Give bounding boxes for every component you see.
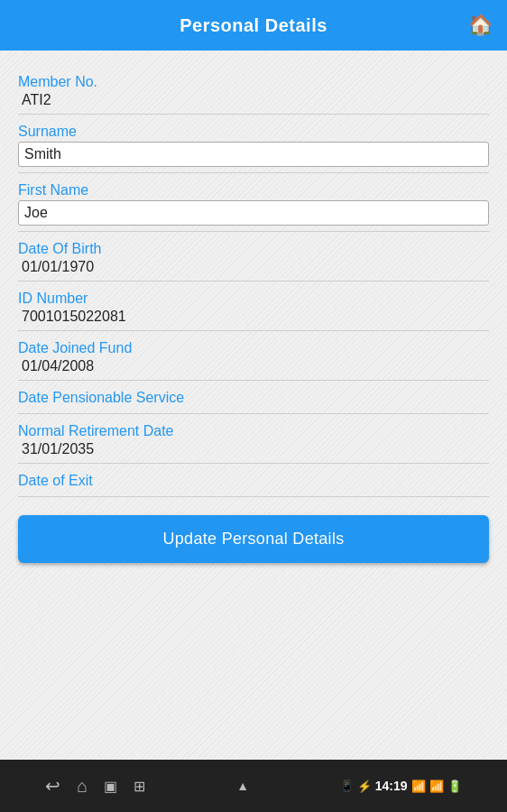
navigation-bar: ↩ ⌂ ▣ ⊞ ▲ 📱 ⚡ 14:19 📶 📶 🔋: [0, 760, 507, 812]
label-date-joined-fund: Date Joined Fund: [18, 340, 489, 356]
value-first-name: Joe: [24, 205, 48, 220]
sim-icon: 📱: [340, 780, 354, 792]
field-row-member-no: Member No.ATI2: [18, 65, 489, 115]
label-date-pensionable-service: Date Pensionable Service: [18, 390, 489, 406]
field-row-normal-retirement-date: Normal Retirement Date31/01/2035: [18, 414, 489, 464]
home-nav-button[interactable]: ⌂: [77, 776, 88, 797]
usb-icon: ⚡: [357, 780, 372, 793]
battery-icon: 🔋: [447, 780, 462, 793]
label-first-name: First Name: [18, 182, 489, 198]
label-id-number: ID Number: [18, 291, 489, 307]
label-normal-retirement-date: Normal Retirement Date: [18, 423, 489, 439]
value-member-no: ATI2: [18, 92, 489, 108]
value-normal-retirement-date: 31/01/2035: [18, 441, 489, 457]
main-content: Member No.ATI2SurnameSmithFirst NameJoeD…: [0, 51, 507, 760]
input-wrapper-surname[interactable]: Smith: [18, 142, 489, 167]
home-icon[interactable]: 🏠: [468, 14, 493, 37]
input-wrapper-first-name[interactable]: Joe: [18, 200, 489, 226]
field-row-id-number: ID Number7001015022081: [18, 281, 489, 331]
field-row-date-of-birth: Date Of Birth01/01/1970: [18, 232, 489, 281]
nav-center: ▲: [236, 779, 249, 793]
field-row-surname: SurnameSmith: [18, 115, 489, 173]
signal-icon: 📶: [429, 780, 444, 793]
label-member-no: Member No.: [18, 74, 489, 90]
value-date-of-birth: 01/01/1970: [18, 259, 489, 275]
app-header: Personal Details 🏠: [0, 0, 507, 51]
recents-button[interactable]: ▣: [104, 778, 117, 795]
update-personal-details-button[interactable]: Update Personal Details: [18, 515, 489, 563]
update-button-wrapper: Update Personal Details: [18, 515, 489, 563]
label-date-of-exit: Date of Exit: [18, 473, 489, 489]
qr-button[interactable]: ⊞: [134, 778, 145, 795]
field-row-date-pensionable-service: Date Pensionable Service: [18, 381, 489, 414]
field-row-date-of-exit: Date of Exit: [18, 464, 489, 497]
nav-left-icons: ↩ ⌂ ▣ ⊞: [45, 775, 145, 797]
wifi-icon: 📶: [411, 780, 426, 793]
header-title: Personal Details: [180, 15, 327, 36]
value-surname: Smith: [24, 146, 61, 161]
nav-right-section: 📱 ⚡ 14:19 📶 📶 🔋: [340, 779, 462, 793]
field-row-date-joined-fund: Date Joined Fund01/04/2008: [18, 331, 489, 381]
label-surname: Surname: [18, 124, 489, 140]
status-time: 14:19: [375, 779, 408, 793]
back-button[interactable]: ↩: [45, 775, 60, 797]
field-row-first-name: First NameJoe: [18, 173, 489, 232]
label-date-of-birth: Date Of Birth: [18, 241, 489, 257]
value-id-number: 7001015022081: [18, 309, 489, 325]
value-date-joined-fund: 01/04/2008: [18, 358, 489, 374]
up-button[interactable]: ▲: [236, 779, 249, 793]
